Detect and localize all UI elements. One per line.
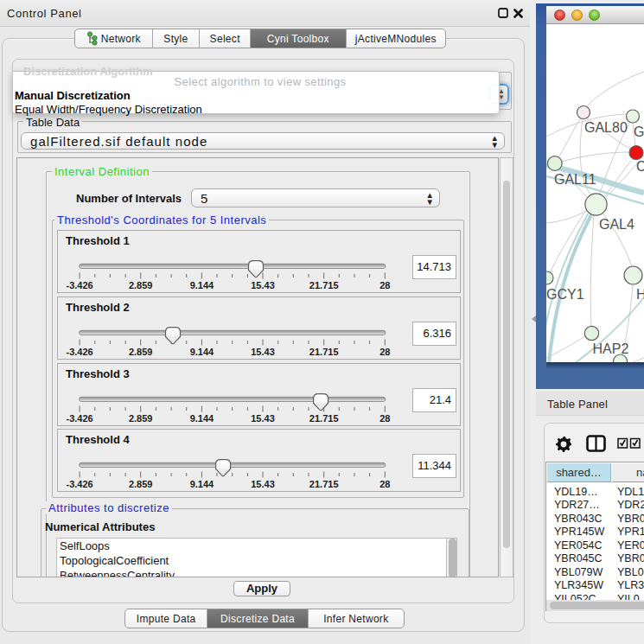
svg-text:15.43: 15.43 [251,347,275,357]
svg-text:GAL11: GAL11 [554,172,596,187]
svg-text:9.144: 9.144 [190,479,214,489]
svg-text:2.859: 2.859 [129,280,153,290]
svg-text:15.43: 15.43 [251,413,275,424]
svg-text:CY: CY [636,159,644,174]
svg-text:15.43: 15.43 [251,479,275,489]
svg-text:21.715: 21.715 [309,347,339,357]
svg-text:9.144: 9.144 [190,347,214,357]
svg-text:28: 28 [379,280,390,290]
svg-text:15.43: 15.43 [251,280,275,290]
svg-text:28: 28 [379,413,390,424]
svg-text:21.715: 21.715 [309,479,339,489]
svg-text:-3.426: -3.426 [66,479,92,489]
svg-text:HAP2: HAP2 [593,341,629,356]
svg-text:2.859: 2.859 [129,479,153,489]
svg-text:-3.426: -3.426 [66,347,92,357]
svg-text:2.859: 2.859 [129,347,153,357]
svg-text:-3.426: -3.426 [66,280,92,290]
svg-text:9.144: 9.144 [190,413,214,424]
svg-text:21.715: 21.715 [309,280,339,290]
svg-text:-3.426: -3.426 [66,413,92,424]
svg-text:GCY1: GCY1 [546,287,584,302]
svg-text:GAL4: GAL4 [599,217,634,232]
svg-text:9.144: 9.144 [190,280,214,290]
svg-text:H: H [636,287,644,302]
svg-text:GA: GA [634,124,644,139]
svg-text:2.859: 2.859 [129,413,153,424]
svg-text:28: 28 [379,347,390,357]
svg-text:GAL80: GAL80 [584,120,628,135]
svg-text:21.715: 21.715 [309,413,339,424]
svg-text:28: 28 [379,479,390,489]
